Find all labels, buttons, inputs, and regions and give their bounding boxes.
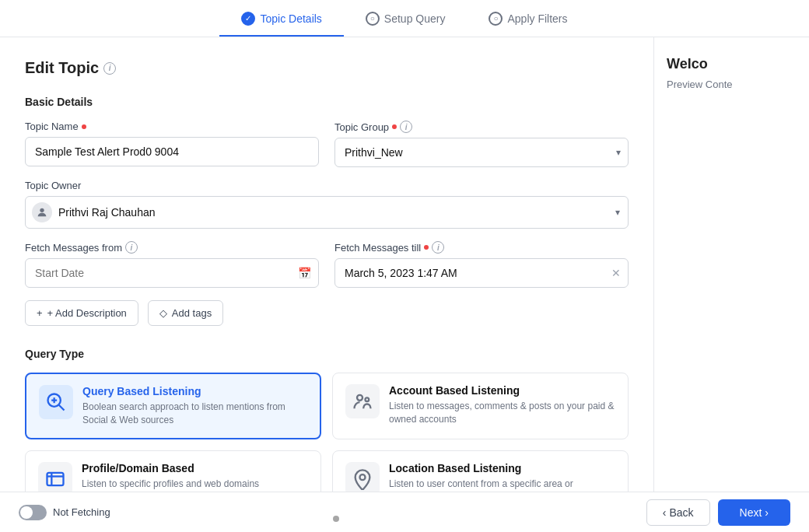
add-description-icon: + — [37, 307, 43, 319]
add-tags-button[interactable]: ◇ Add tags — [148, 300, 223, 326]
profile-domain-title: Profile/Domain Based — [82, 462, 259, 474]
topic-group-label: Topic Group i — [334, 121, 629, 133]
fetch-till-info-icon[interactable]: i — [432, 241, 444, 254]
query-type-section-title: Query Type — [25, 348, 629, 360]
fetch-till-clear-icon[interactable]: ✕ — [611, 267, 621, 279]
svg-point-6 — [366, 397, 369, 401]
account-based-title: Account Based Listening — [389, 384, 615, 397]
add-tags-label: Add tags — [172, 307, 212, 319]
form-group-topic-name: Topic Name — [25, 121, 319, 167]
location-based-desc: Listen to user content from a specific a… — [389, 478, 573, 491]
topic-group-required — [392, 124, 397, 129]
account-based-icon — [345, 384, 380, 418]
fetch-till-date-wrapper: ✕ — [334, 258, 629, 288]
topic-owner-label: Topic Owner — [25, 180, 629, 191]
not-fetching-toggle-wrapper: Not Fetching — [19, 505, 110, 520]
tag-icon: ◇ — [159, 307, 167, 319]
not-fetching-toggle[interactable] — [19, 505, 47, 520]
query-card-account-based[interactable]: Account Based Listening Listen to messag… — [332, 373, 629, 439]
form-group-topic-group: Topic Group i ▾ — [334, 121, 629, 167]
owner-chevron-icon: ▾ — [615, 207, 620, 218]
fetch-till-input[interactable] — [334, 258, 629, 288]
main-wrapper: Edit Topic i Basic Details Topic Name To… — [0, 37, 809, 532]
action-row: + + Add Description ◇ Add tags — [25, 300, 629, 326]
content-area: Edit Topic i Basic Details Topic Name To… — [0, 37, 653, 532]
next-button[interactable]: Next › — [718, 499, 790, 526]
topic-name-input[interactable] — [25, 137, 319, 166]
nav-step-label-setup-query: Setup Query — [384, 12, 446, 25]
next-label: Next — [740, 506, 762, 519]
basic-details-section-title: Basic Details — [25, 96, 629, 108]
topic-name-required — [82, 124, 86, 129]
topic-owner-field[interactable]: Prithvi Raj Chauhan ▾ — [25, 196, 629, 229]
step-icon-setup-query: ○ — [366, 12, 380, 26]
location-based-content: Location Based Listening Listen to user … — [389, 462, 573, 491]
form-group-fetch-till: Fetch Messages till i ✕ — [334, 241, 629, 288]
form-group-owner: Topic Owner Prithvi Raj Chauhan ▾ — [25, 180, 629, 229]
account-based-desc: Listen to messages, comments & posts on … — [389, 400, 615, 426]
query-card-query-based[interactable]: Query Based Listening Boolean search app… — [25, 373, 321, 439]
add-description-button[interactable]: + + Add Description — [25, 300, 138, 326]
back-button[interactable]: ‹ Back — [646, 499, 710, 526]
fetch-from-date-wrapper: 📅 — [25, 258, 319, 288]
nav-step-apply-filters[interactable]: ○ Apply Filters — [467, 0, 589, 37]
profile-domain-icon — [38, 462, 72, 496]
profile-domain-content: Profile/Domain Based Listen to specific … — [82, 462, 259, 491]
right-panel-subtitle: Preview Conte — [667, 79, 797, 90]
bottom-bar-buttons: ‹ Back Next › — [646, 499, 790, 526]
fetch-till-required — [424, 245, 429, 250]
nav-step-topic-details[interactable]: ✓ Topic Details — [219, 0, 343, 37]
fetch-from-input[interactable] — [25, 258, 319, 288]
toggle-knob — [20, 506, 33, 519]
nav-step-setup-query[interactable]: ○ Setup Query — [344, 0, 468, 37]
right-panel: Welco Preview Conte — [653, 37, 809, 532]
query-based-desc: Boolean search approach to listen mentio… — [82, 401, 307, 427]
owner-avatar — [32, 202, 52, 222]
form-group-fetch-from: Fetch Messages from i 📅 — [25, 241, 319, 288]
location-based-title: Location Based Listening — [389, 462, 573, 474]
form-row-name-group: Topic Name Topic Group i ▾ — [25, 121, 629, 167]
step-icon-apply-filters: ○ — [489, 12, 503, 26]
query-based-icon — [39, 385, 73, 419]
topic-group-input[interactable] — [334, 138, 629, 167]
topic-group-select-wrapper: ▾ — [334, 138, 629, 167]
next-chevron-icon: › — [765, 506, 769, 519]
query-type-grid: Query Based Listening Boolean search app… — [25, 373, 629, 508]
fetch-from-label: Fetch Messages from i — [25, 241, 319, 254]
svg-point-0 — [40, 208, 44, 212]
svg-rect-7 — [47, 472, 64, 485]
topic-group-info-icon[interactable]: i — [400, 121, 412, 133]
topic-name-label: Topic Name — [25, 121, 319, 132]
location-based-icon — [345, 462, 380, 496]
right-panel-title: Welco — [667, 56, 797, 72]
wizard-nav: ✓ Topic Details ○ Setup Query ○ Apply Fi… — [0, 0, 809, 37]
svg-point-5 — [357, 395, 362, 401]
back-label: Back — [669, 506, 693, 519]
nav-step-label-apply-filters: Apply Filters — [507, 12, 567, 25]
toggle-label: Not Fetching — [53, 506, 110, 518]
svg-line-2 — [59, 405, 65, 411]
account-based-content: Account Based Listening Listen to messag… — [389, 384, 615, 426]
fetch-from-info-icon[interactable]: i — [125, 241, 138, 254]
query-based-title: Query Based Listening — [82, 385, 307, 397]
back-chevron-icon: ‹ — [663, 506, 667, 519]
page-title-row: Edit Topic i — [25, 59, 629, 77]
fetch-till-label: Fetch Messages till i — [334, 241, 629, 254]
owner-name: Prithvi Raj Chauhan — [58, 206, 156, 219]
nav-step-label-topic-details: Topic Details — [260, 12, 321, 25]
svg-point-10 — [360, 474, 366, 480]
page-title: Edit Topic — [25, 59, 99, 77]
page-info-icon[interactable]: i — [103, 62, 116, 75]
form-row-dates: Fetch Messages from i 📅 Fetch Messages t… — [25, 241, 629, 288]
add-description-label: + Add Description — [47, 307, 127, 319]
step-icon-topic-details: ✓ — [241, 12, 255, 26]
profile-domain-desc: Listen to specific profiles and web doma… — [82, 478, 259, 491]
bottom-bar: Not Fetching ‹ Back Next › — [0, 492, 809, 532]
query-based-content: Query Based Listening Boolean search app… — [82, 385, 307, 427]
form-row-owner: Topic Owner Prithvi Raj Chauhan ▾ — [25, 180, 629, 229]
